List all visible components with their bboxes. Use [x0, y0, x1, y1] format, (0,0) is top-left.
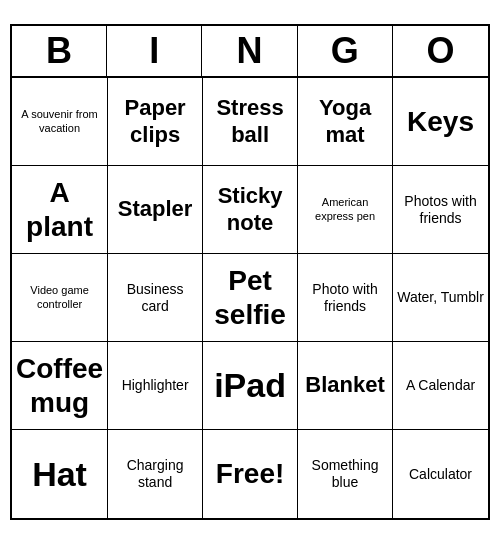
bingo-cell-8: American express pen	[298, 166, 393, 254]
cell-text-14: Water, Tumblr	[397, 289, 484, 306]
bingo-cell-20: Hat	[12, 430, 108, 518]
bingo-cell-6: Stapler	[108, 166, 203, 254]
bingo-cell-15: Coffee mug	[12, 342, 108, 430]
bingo-cell-24: Calculator	[393, 430, 488, 518]
cell-text-7: Sticky note	[207, 183, 293, 236]
bingo-cell-0: A souvenir from vacation	[12, 78, 108, 166]
bingo-cell-3: Yoga mat	[298, 78, 393, 166]
bingo-letter-i: I	[107, 26, 202, 76]
cell-text-10: Video game controller	[16, 284, 103, 310]
cell-text-20: Hat	[32, 454, 87, 495]
bingo-grid: A souvenir from vacationPaper clipsStres…	[12, 78, 488, 518]
bingo-letter-g: G	[298, 26, 393, 76]
bingo-cell-7: Sticky note	[203, 166, 298, 254]
cell-text-17: iPad	[214, 365, 286, 406]
cell-text-3: Yoga mat	[302, 95, 388, 148]
bingo-letter-b: B	[12, 26, 107, 76]
bingo-cell-17: iPad	[203, 342, 298, 430]
cell-text-15: Coffee mug	[16, 352, 103, 419]
cell-text-12: Pet selfie	[207, 264, 293, 331]
bingo-cell-1: Paper clips	[108, 78, 203, 166]
bingo-cell-18: Blanket	[298, 342, 393, 430]
bingo-cell-11: Business card	[108, 254, 203, 342]
bingo-cell-9: Photos with friends	[393, 166, 488, 254]
cell-text-2: Stress ball	[207, 95, 293, 148]
cell-text-1: Paper clips	[112, 95, 198, 148]
bingo-cell-22: Free!	[203, 430, 298, 518]
bingo-letter-n: N	[202, 26, 297, 76]
cell-text-11: Business card	[112, 281, 198, 315]
cell-text-13: Photo with friends	[302, 281, 388, 315]
cell-text-18: Blanket	[305, 372, 384, 398]
cell-text-0: A souvenir from vacation	[16, 108, 103, 134]
bingo-header: BINGO	[12, 26, 488, 78]
bingo-cell-2: Stress ball	[203, 78, 298, 166]
cell-text-5: A plant	[16, 176, 103, 243]
bingo-cell-13: Photo with friends	[298, 254, 393, 342]
cell-text-16: Highlighter	[122, 377, 189, 394]
cell-text-21: Charging stand	[112, 457, 198, 491]
cell-text-22: Free!	[216, 457, 284, 491]
cell-text-24: Calculator	[409, 466, 472, 483]
bingo-cell-16: Highlighter	[108, 342, 203, 430]
cell-text-9: Photos with friends	[397, 193, 484, 227]
cell-text-19: A Calendar	[406, 377, 475, 394]
bingo-card: BINGO A souvenir from vacationPaper clip…	[10, 24, 490, 520]
cell-text-4: Keys	[407, 105, 474, 139]
bingo-cell-21: Charging stand	[108, 430, 203, 518]
bingo-letter-o: O	[393, 26, 488, 76]
cell-text-23: Something blue	[302, 457, 388, 491]
bingo-cell-23: Something blue	[298, 430, 393, 518]
cell-text-6: Stapler	[118, 196, 193, 222]
bingo-cell-14: Water, Tumblr	[393, 254, 488, 342]
bingo-cell-19: A Calendar	[393, 342, 488, 430]
bingo-cell-4: Keys	[393, 78, 488, 166]
bingo-cell-5: A plant	[12, 166, 108, 254]
bingo-cell-10: Video game controller	[12, 254, 108, 342]
bingo-cell-12: Pet selfie	[203, 254, 298, 342]
cell-text-8: American express pen	[302, 196, 388, 222]
